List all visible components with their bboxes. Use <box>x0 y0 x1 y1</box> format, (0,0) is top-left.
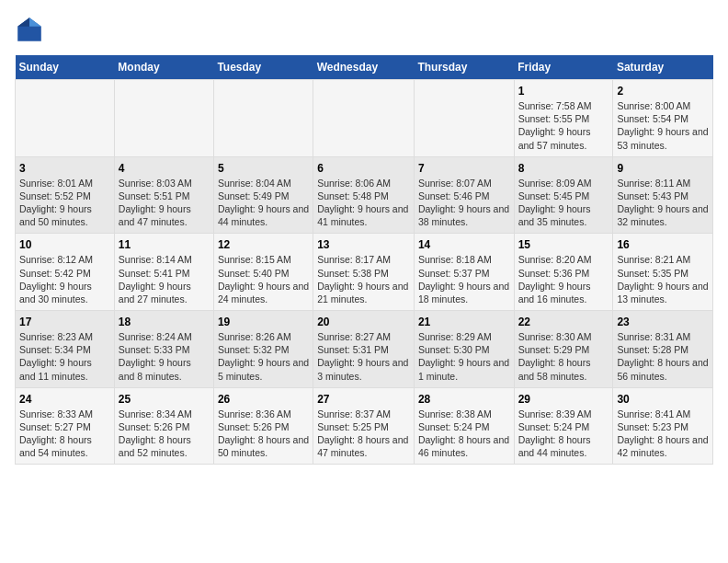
logo <box>15 15 48 44</box>
day-number: 27 <box>317 393 410 406</box>
day-info: Sunrise: 8:06 AM Sunset: 5:48 PM Dayligh… <box>317 177 410 229</box>
header <box>15 15 713 44</box>
weekday-header-sunday: Sunday <box>16 55 115 80</box>
day-number: 14 <box>418 238 510 251</box>
day-info: Sunrise: 8:23 AM Sunset: 5:34 PM Dayligh… <box>19 330 110 383</box>
day-number: 8 <box>518 162 609 175</box>
day-info: Sunrise: 8:20 AM Sunset: 5:36 PM Dayligh… <box>518 253 609 305</box>
day-info: Sunrise: 8:21 AM Sunset: 5:35 PM Dayligh… <box>617 253 709 305</box>
calendar-cell-r3-c0: 17Sunrise: 8:23 AM Sunset: 5:34 PM Dayli… <box>16 311 115 388</box>
weekday-header-thursday: Thursday <box>414 55 514 80</box>
weekday-header-friday: Friday <box>514 55 613 80</box>
calendar-cell-r2-c3: 13Sunrise: 8:17 AM Sunset: 5:38 PM Dayli… <box>313 234 415 311</box>
day-number: 23 <box>617 316 709 328</box>
calendar-cell-r1-c6: 9Sunrise: 8:11 AM Sunset: 5:43 PM Daylig… <box>613 156 713 234</box>
day-info: Sunrise: 8:12 AM Sunset: 5:42 PM Dayligh… <box>19 253 110 305</box>
day-info: Sunrise: 8:29 AM Sunset: 5:30 PM Dayligh… <box>418 330 510 383</box>
calendar-cell-r0-c6: 2Sunrise: 8:00 AM Sunset: 5:54 PM Daylig… <box>613 80 713 157</box>
day-info: Sunrise: 8:38 AM Sunset: 5:24 PM Dayligh… <box>418 408 510 460</box>
weekday-header-row: SundayMondayTuesdayWednesdayThursdayFrid… <box>16 55 713 80</box>
calendar-cell-r0-c3 <box>313 80 415 157</box>
day-info: Sunrise: 8:14 AM Sunset: 5:41 PM Dayligh… <box>119 253 210 305</box>
day-number: 24 <box>19 393 110 406</box>
day-info: Sunrise: 8:07 AM Sunset: 5:46 PM Dayligh… <box>418 177 510 229</box>
day-info: Sunrise: 8:01 AM Sunset: 5:52 PM Dayligh… <box>19 177 110 229</box>
calendar-cell-r4-c1: 25Sunrise: 8:34 AM Sunset: 5:26 PM Dayli… <box>114 387 213 465</box>
day-number: 9 <box>617 162 709 175</box>
day-info: Sunrise: 8:15 AM Sunset: 5:40 PM Dayligh… <box>218 253 309 305</box>
day-info: Sunrise: 8:36 AM Sunset: 5:26 PM Dayligh… <box>218 408 309 460</box>
day-info: Sunrise: 8:37 AM Sunset: 5:25 PM Dayligh… <box>317 408 410 460</box>
day-number: 29 <box>518 393 609 406</box>
day-number: 10 <box>19 238 110 251</box>
calendar-cell-r0-c4 <box>414 80 514 157</box>
day-info: Sunrise: 8:30 AM Sunset: 5:29 PM Dayligh… <box>518 330 609 383</box>
calendar-table: SundayMondayTuesdayWednesdayThursdayFrid… <box>15 55 713 465</box>
day-number: 3 <box>19 162 110 175</box>
day-number: 19 <box>218 316 309 328</box>
day-number: 25 <box>119 393 210 406</box>
logo-icon <box>15 15 44 44</box>
svg-marker-1 <box>29 17 41 27</box>
calendar-cell-r3-c6: 23Sunrise: 8:31 AM Sunset: 5:28 PM Dayli… <box>613 311 713 388</box>
calendar-row-0: 1Sunrise: 7:58 AM Sunset: 5:55 PM Daylig… <box>16 80 713 157</box>
day-info: Sunrise: 8:04 AM Sunset: 5:49 PM Dayligh… <box>218 177 309 229</box>
day-info: Sunrise: 8:03 AM Sunset: 5:51 PM Dayligh… <box>119 177 210 229</box>
calendar-cell-r4-c5: 29Sunrise: 8:39 AM Sunset: 5:24 PM Dayli… <box>514 387 613 465</box>
calendar-cell-r4-c6: 30Sunrise: 8:41 AM Sunset: 5:23 PM Dayli… <box>613 387 713 465</box>
day-info: Sunrise: 8:17 AM Sunset: 5:38 PM Dayligh… <box>317 253 410 305</box>
day-info: Sunrise: 8:27 AM Sunset: 5:31 PM Dayligh… <box>317 330 410 383</box>
calendar-cell-r1-c1: 4Sunrise: 8:03 AM Sunset: 5:51 PM Daylig… <box>114 156 213 234</box>
calendar-cell-r0-c0 <box>16 80 115 157</box>
day-number: 13 <box>317 238 410 251</box>
day-number: 30 <box>617 393 709 406</box>
day-info: Sunrise: 8:31 AM Sunset: 5:28 PM Dayligh… <box>617 330 709 383</box>
day-info: Sunrise: 8:34 AM Sunset: 5:26 PM Dayligh… <box>119 408 210 460</box>
calendar-cell-r2-c0: 10Sunrise: 8:12 AM Sunset: 5:42 PM Dayli… <box>16 234 115 311</box>
calendar-cell-r2-c2: 12Sunrise: 8:15 AM Sunset: 5:40 PM Dayli… <box>213 234 313 311</box>
calendar-cell-r4-c3: 27Sunrise: 8:37 AM Sunset: 5:25 PM Dayli… <box>313 387 415 465</box>
day-info: Sunrise: 8:11 AM Sunset: 5:43 PM Dayligh… <box>617 177 709 229</box>
day-number: 15 <box>518 238 609 251</box>
day-number: 17 <box>19 316 110 328</box>
calendar-cell-r2-c1: 11Sunrise: 8:14 AM Sunset: 5:41 PM Dayli… <box>114 234 213 311</box>
weekday-header-tuesday: Tuesday <box>213 55 313 80</box>
day-number: 22 <box>518 316 609 328</box>
day-number: 16 <box>617 238 709 251</box>
calendar-cell-r1-c5: 8Sunrise: 8:09 AM Sunset: 5:45 PM Daylig… <box>514 156 613 234</box>
day-number: 28 <box>418 393 510 406</box>
calendar-cell-r0-c2 <box>213 80 313 157</box>
calendar-row-4: 24Sunrise: 8:33 AM Sunset: 5:27 PM Dayli… <box>16 387 713 465</box>
weekday-header-wednesday: Wednesday <box>313 55 415 80</box>
calendar-cell-r2-c5: 15Sunrise: 8:20 AM Sunset: 5:36 PM Dayli… <box>514 234 613 311</box>
day-number: 18 <box>119 316 210 328</box>
day-number: 4 <box>119 162 210 175</box>
weekday-header-saturday: Saturday <box>613 55 713 80</box>
day-number: 26 <box>218 393 309 406</box>
calendar-cell-r2-c4: 14Sunrise: 8:18 AM Sunset: 5:37 PM Dayli… <box>414 234 514 311</box>
day-number: 6 <box>317 162 410 175</box>
calendar-cell-r4-c4: 28Sunrise: 8:38 AM Sunset: 5:24 PM Dayli… <box>414 387 514 465</box>
calendar-cell-r3-c2: 19Sunrise: 8:26 AM Sunset: 5:32 PM Dayli… <box>213 311 313 388</box>
day-info: Sunrise: 8:26 AM Sunset: 5:32 PM Dayligh… <box>218 330 309 383</box>
day-number: 2 <box>617 85 709 98</box>
day-number: 7 <box>418 162 510 175</box>
day-info: Sunrise: 8:18 AM Sunset: 5:37 PM Dayligh… <box>418 253 510 305</box>
day-number: 11 <box>119 238 210 251</box>
calendar-cell-r2-c6: 16Sunrise: 8:21 AM Sunset: 5:35 PM Dayli… <box>613 234 713 311</box>
day-info: Sunrise: 7:58 AM Sunset: 5:55 PM Dayligh… <box>518 99 609 152</box>
weekday-header-monday: Monday <box>114 55 213 80</box>
calendar-cell-r1-c2: 5Sunrise: 8:04 AM Sunset: 5:49 PM Daylig… <box>213 156 313 234</box>
day-info: Sunrise: 8:33 AM Sunset: 5:27 PM Dayligh… <box>19 408 110 460</box>
day-info: Sunrise: 8:00 AM Sunset: 5:54 PM Dayligh… <box>617 99 709 152</box>
day-info: Sunrise: 8:39 AM Sunset: 5:24 PM Dayligh… <box>518 408 609 460</box>
day-number: 21 <box>418 316 510 328</box>
day-info: Sunrise: 8:24 AM Sunset: 5:33 PM Dayligh… <box>119 330 210 383</box>
calendar-cell-r4-c0: 24Sunrise: 8:33 AM Sunset: 5:27 PM Dayli… <box>16 387 115 465</box>
calendar-cell-r3-c1: 18Sunrise: 8:24 AM Sunset: 5:33 PM Dayli… <box>114 311 213 388</box>
calendar-cell-r3-c4: 21Sunrise: 8:29 AM Sunset: 5:30 PM Dayli… <box>414 311 514 388</box>
calendar-row-1: 3Sunrise: 8:01 AM Sunset: 5:52 PM Daylig… <box>16 156 713 234</box>
calendar-cell-r4-c2: 26Sunrise: 8:36 AM Sunset: 5:26 PM Dayli… <box>213 387 313 465</box>
calendar-row-2: 10Sunrise: 8:12 AM Sunset: 5:42 PM Dayli… <box>16 234 713 311</box>
calendar-cell-r0-c5: 1Sunrise: 7:58 AM Sunset: 5:55 PM Daylig… <box>514 80 613 157</box>
